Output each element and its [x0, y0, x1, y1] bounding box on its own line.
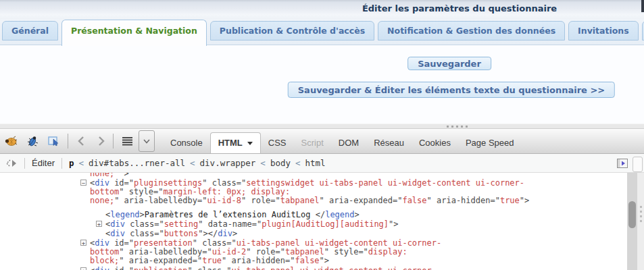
firebug-tab-dom[interactable]: DOM	[331, 133, 366, 153]
survey-settings-tabs: GénéralPrésentation & NavigationPublicat…	[0, 19, 644, 45]
firebug-panel-tabs: ConsoleHTMLCSSScriptDOMRéseauCookiesPage…	[163, 131, 521, 153]
breadcrumb-separator: <	[295, 158, 301, 168]
scrollbar-grip-strip	[637, 173, 644, 270]
breadcrumb-separator: <	[190, 158, 195, 168]
collapse-node-icon[interactable]: −	[80, 180, 86, 186]
html-source-panel: none;" >−<div id="pluginsettings" class=…	[0, 173, 644, 270]
code-scrollbar-thumb[interactable]	[628, 201, 636, 228]
breadcrumb-separator: <	[79, 158, 84, 168]
code-line[interactable]: none;" aria-labelledby="ui-id-8" role="t…	[90, 196, 529, 205]
resize-grip-dots	[447, 126, 468, 128]
edit-html-button[interactable]: Éditer	[32, 158, 55, 168]
firebug-tab-page-speed[interactable]: Page Speed	[458, 133, 522, 153]
firebug-tab-console[interactable]: Console	[163, 133, 210, 153]
save-button[interactable]: Sauvegarder	[407, 57, 491, 70]
breadcrumb-item[interactable]: html	[305, 158, 326, 168]
code-scrollbar-track[interactable]	[627, 173, 637, 270]
code-line[interactable]: <div id="publication" class="ui-tabs-pan…	[90, 267, 437, 270]
breadcrumb-separator: <	[260, 158, 266, 168]
blue-bug-icon[interactable]	[26, 135, 39, 147]
menu-icon[interactable]	[122, 136, 133, 146]
breadcrumb-item[interactable]: div#tabs...rner-all	[89, 158, 185, 168]
tab-publication-contr-le-d-acc-s[interactable]: Publication & Contrôle d'accès	[210, 21, 374, 40]
breadcrumb-item[interactable]: body	[270, 158, 291, 168]
breadcrumb-item[interactable]: p	[69, 158, 74, 168]
expand-nodes-icon[interactable]	[5, 159, 18, 167]
side-panel-toggle-icon[interactable]	[617, 159, 628, 168]
inspect-icon[interactable]	[47, 135, 61, 147]
firebug-tab-script: Script	[294, 133, 331, 153]
toolbar-divider	[68, 134, 68, 148]
expand-node-icon[interactable]: +	[80, 267, 86, 270]
code-line[interactable]: block;" aria-expanded="true" aria-hidden…	[90, 256, 329, 265]
chevron-down-icon	[247, 142, 253, 145]
save-and-edit-text-button[interactable]: Sauvegarder & Éditer les éléments texte …	[288, 82, 615, 98]
firebug-tab-cookies[interactable]: Cookies	[412, 133, 458, 153]
screen: Éditer les paramètres du questionnaire G…	[0, 0, 644, 270]
back-icon[interactable]	[76, 136, 86, 146]
firebug-breadcrumb-bar: Éditer p<div#tabs...rner-all<div.wrapper…	[0, 154, 644, 173]
breadcrumb-divider	[61, 158, 62, 169]
firebug-resize-handle[interactable]	[0, 124, 644, 128]
tab-g-n-ral[interactable]: Général	[2, 21, 58, 40]
page-title: Éditer les paramètres du questionnaire	[362, 3, 557, 14]
toolbar-divider	[113, 134, 114, 148]
breadcrumb: p<div#tabs...rner-all<div.wrapper<body<h…	[69, 158, 326, 168]
code-line[interactable]: <legend>Paramètres de l’extension AuditL…	[105, 211, 360, 219]
breadcrumb-divider	[24, 158, 25, 169]
forward-icon[interactable]	[97, 136, 106, 146]
browser-scrollbar-fragment	[641, 0, 644, 12]
code-line[interactable]: <div class="setting" data-name="plugin[A…	[105, 220, 399, 229]
code-line[interactable]: none;" >	[90, 173, 129, 178]
expand-node-icon[interactable]: +	[80, 240, 86, 246]
tab-notification-gestion-des-donn-es[interactable]: Notification & Gestion des données	[378, 21, 565, 40]
scroll-up-button[interactable]	[633, 157, 643, 172]
code-line[interactable]: <div class="buttons"></div>	[105, 230, 237, 238]
firebug-tab-css[interactable]: CSS	[261, 133, 294, 153]
firebug-tab-r-seau[interactable]: Réseau	[366, 133, 412, 153]
dropdown-icon[interactable]	[139, 130, 155, 152]
breadcrumb-item[interactable]: div.wrapper	[200, 158, 256, 168]
expand-node-icon[interactable]: +	[96, 221, 102, 227]
tab-pr-sentation-navigation[interactable]: Présentation & Navigation	[61, 20, 207, 46]
page-header: Éditer les paramètres du questionnaire	[0, 0, 644, 19]
tab-invitations[interactable]: Invitations	[568, 21, 639, 40]
settings-content: Sauvegarder Sauvegarder & Éditer les élé…	[0, 47, 644, 124]
firebug-tab-html[interactable]: HTML	[210, 132, 261, 153]
firebug-toolbar: ConsoleHTMLCSSScriptDOMRéseauCookiesPage…	[0, 128, 644, 154]
firebug-icon[interactable]	[4, 135, 18, 147]
